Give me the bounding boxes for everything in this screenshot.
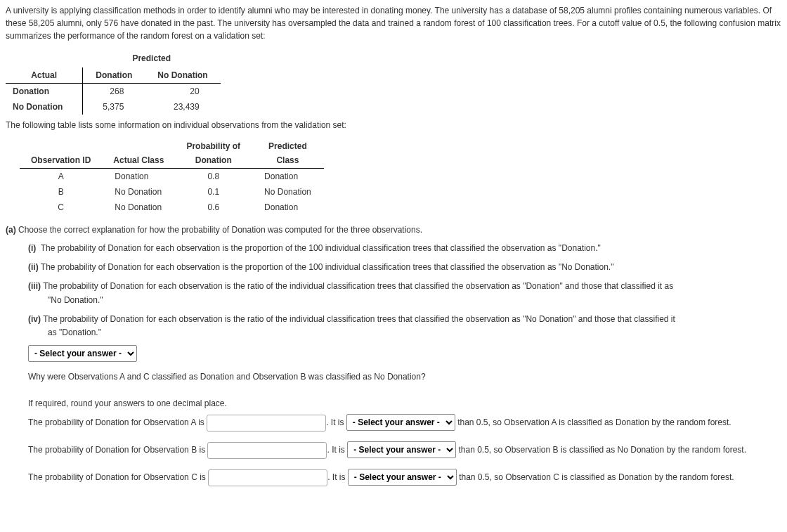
option-iii: (iii) The probability of Donation for ea… xyxy=(28,280,781,306)
obs-col-id: Observation ID xyxy=(20,138,102,169)
observations-table: Observation ID Actual Class Probability … xyxy=(20,138,324,215)
matrix-row-no-donation: No Donation 5,375 23,439 xyxy=(6,99,221,115)
obs-col-actual: Actual Class xyxy=(102,138,175,169)
compare-c-select[interactable]: - Select your answer - xyxy=(348,469,457,486)
prob-c-input[interactable] xyxy=(208,469,327,486)
part-a-prompt: (a) Choose the correct explanation for h… xyxy=(6,223,781,236)
compare-b-select[interactable]: - Select your answer - xyxy=(347,441,456,458)
option-iv: (iv) The probability of Donation for eac… xyxy=(28,313,781,339)
confusion-matrix-table: Predicted Actual Donation No Donation Do… xyxy=(6,51,221,115)
obs-row-a: A Donation 0.8 Donation xyxy=(20,169,324,185)
matrix-col-donation: Donation xyxy=(83,67,145,84)
obs-intro-text: The following table lists some informati… xyxy=(6,119,781,131)
intro-paragraph: A university is applying classification … xyxy=(6,4,781,42)
part-a-text: Choose the correct explanation for how t… xyxy=(18,225,422,235)
matrix-col-no-donation: No Donation xyxy=(145,67,220,84)
part-a-label: (a) xyxy=(6,225,16,235)
option-i: (i) The probability of Donation for each… xyxy=(28,242,781,255)
matrix-actual-label: Actual xyxy=(6,67,83,84)
fill-line-a: The probability of Donation for Observat… xyxy=(28,414,781,432)
obs-col-pred-b: Class xyxy=(252,153,324,169)
obs-col-pred-a: Predicted xyxy=(252,138,324,153)
prob-b-input[interactable] xyxy=(207,442,327,459)
obs-row-b: B No Donation 0.1 No Donation xyxy=(20,184,324,200)
fill-line-c: The probability of Donation for Observat… xyxy=(28,469,781,486)
fill-line-b: The probability of Donation for Observat… xyxy=(28,441,781,459)
why-question: Why were Observations A and C classified… xyxy=(28,370,781,383)
obs-col-prob-a: Probability of xyxy=(175,138,252,153)
obs-col-prob-b: Donation xyxy=(175,153,252,169)
compare-a-select[interactable]: - Select your answer - xyxy=(346,414,455,431)
matrix-super-header: Predicted xyxy=(83,51,221,67)
round-note: If required, round your answers to one d… xyxy=(28,397,781,410)
matrix-row-donation: Donation 268 20 xyxy=(6,84,221,100)
prob-a-input[interactable] xyxy=(207,415,326,432)
obs-row-c: C No Donation 0.6 Donation xyxy=(20,200,324,215)
part-a-select[interactable]: - Select your answer - xyxy=(28,345,137,362)
option-ii: (ii) The probability of Donation for eac… xyxy=(28,261,781,274)
